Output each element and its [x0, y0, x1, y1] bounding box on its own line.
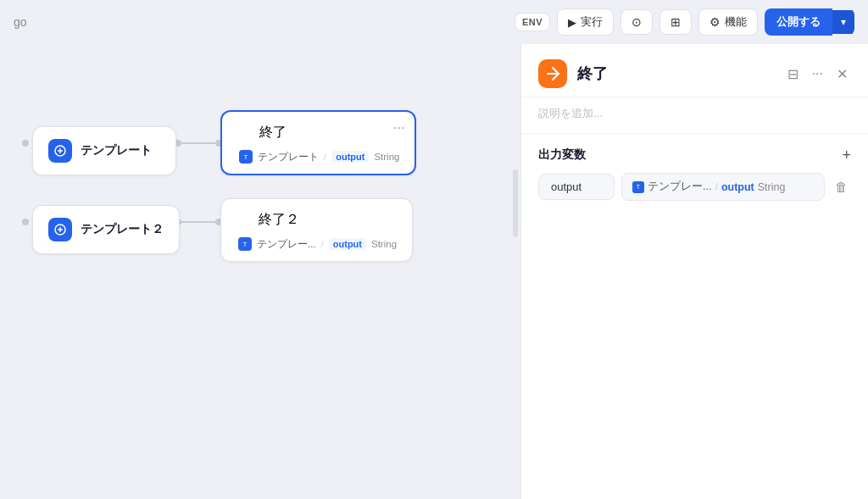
panel-description-placeholder: 説明を追加... [538, 107, 603, 119]
end2-icon [236, 212, 250, 229]
panel-header: 終了 ⊟ ··· ✕ [521, 44, 868, 97]
end2-separator: / [321, 239, 324, 249]
end1-separator: / [324, 152, 326, 162]
template2-icon [48, 218, 72, 241]
panel-node-icon [538, 59, 567, 88]
output-name-field[interactable]: output [538, 174, 615, 200]
end2-output-badge: output [329, 238, 366, 250]
env-button[interactable]: ENV [515, 13, 550, 31]
panel-description-area[interactable]: 説明を追加... [521, 97, 868, 134]
end1-icon [237, 125, 251, 141]
func-icon: ⚙ [709, 15, 721, 29]
output-tmpl-icon: T [632, 181, 644, 193]
run-button[interactable]: ▶ 実行 [557, 8, 614, 36]
toolbar: go ENV ▶ 実行 ⊙ ⊞ ⚙ 機能 公開する ▾ [0, 0, 868, 44]
end1-output-badge: output [331, 151, 369, 163]
end1-label: 終了 [259, 124, 287, 141]
template1-label: テンプレート [81, 143, 152, 158]
end1-template-name: テンプレート [258, 151, 319, 164]
end1-header: 終了 [237, 124, 399, 141]
template2-label: テンプレート２ [81, 222, 164, 237]
publish-caret[interactable]: ▾ [832, 10, 854, 34]
run-label: 実行 [581, 14, 603, 30]
play-icon: ▶ [568, 16, 576, 29]
output-output-label: output [721, 181, 754, 193]
end1-node[interactable]: ··· 終了 T テンプレート / output String [220, 110, 416, 175]
svg-point-6 [22, 140, 29, 147]
svg-point-7 [22, 219, 29, 225]
panel-title: 終了 [577, 64, 774, 84]
output-template-label: テンプレー... [648, 180, 711, 194]
func-label: 機能 [725, 14, 747, 30]
end2-label: 終了２ [259, 211, 299, 229]
func-button[interactable]: ⚙ 機能 [698, 8, 758, 36]
diff-button[interactable]: ⊞ [659, 9, 692, 35]
end1-info: T テンプレート / output String [237, 150, 399, 164]
diff-icon: ⊞ [670, 15, 681, 29]
output-row: output T テンプレー... / output String 🗑 [538, 173, 851, 201]
panel-more-button[interactable]: ··· [809, 63, 826, 85]
clock-icon: ⊙ [632, 15, 642, 29]
end2-tmpl-icon: T [238, 237, 252, 251]
publish-button[interactable]: 公開する ▾ [765, 8, 854, 36]
output-delete-button[interactable]: 🗑 [832, 176, 851, 197]
end1-menu-icon[interactable]: ··· [393, 120, 404, 136]
end2-header: 終了２ [236, 211, 397, 229]
panel-header-actions: ⊟ ··· ✕ [784, 63, 851, 86]
template1-node[interactable]: テンプレート [32, 126, 176, 175]
scrollbar[interactable] [513, 169, 518, 237]
breadcrumb: go [14, 15, 27, 29]
panel-split-button[interactable]: ⊟ [784, 63, 802, 86]
panel-output-section: 出力変数 + output T テンプレー... / output String… [521, 134, 868, 214]
end2-node[interactable]: 終了２ T テンプレー... / output String [220, 198, 413, 262]
end2-type: String [371, 239, 397, 249]
template2-node[interactable]: テンプレート２ [32, 205, 180, 254]
canvas: テンプレート テンプレート２ ··· 終了 T テンプレート / output … [0, 44, 529, 499]
right-panel: 終了 ⊟ ··· ✕ 説明を追加... 出力変数 + output T テンプレ… [520, 44, 868, 499]
output-value-field[interactable]: T テンプレー... / output String [621, 173, 825, 201]
end1-type: String [374, 152, 399, 162]
end2-info: T テンプレー... / output String [236, 237, 397, 251]
output-slash: / [715, 181, 717, 193]
history-button[interactable]: ⊙ [620, 9, 653, 35]
panel-section-title: 出力変数 [538, 147, 586, 163]
publish-main[interactable]: 公開する [765, 8, 832, 36]
template1-icon [48, 139, 72, 163]
output-type-label: String [758, 181, 786, 193]
end2-template-name: テンプレー... [257, 238, 316, 251]
end1-tmpl-icon: T [239, 150, 253, 164]
panel-section-header: 出力変数 + [538, 147, 851, 163]
panel-add-button[interactable]: + [842, 147, 851, 163]
panel-close-button[interactable]: ✕ [833, 63, 851, 86]
